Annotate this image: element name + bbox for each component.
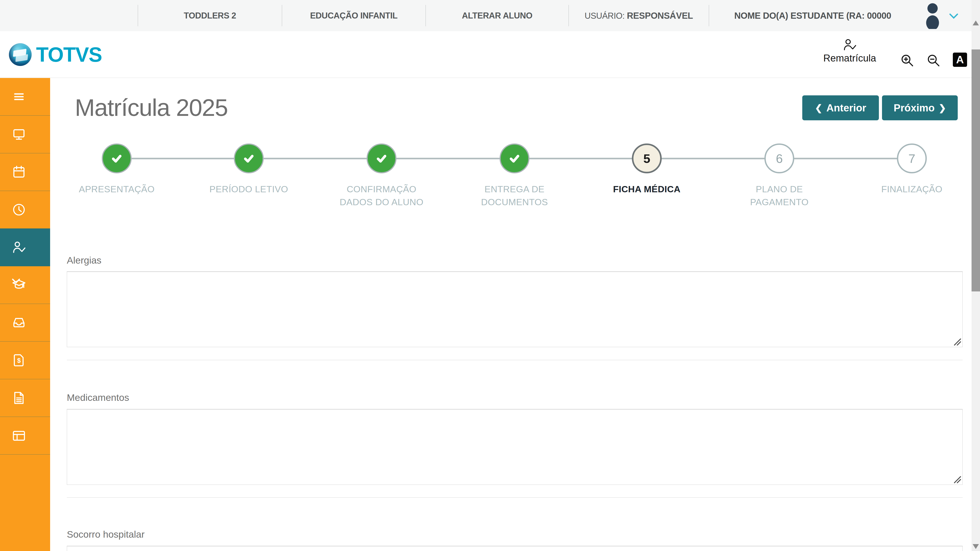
medicamentos-field	[67, 409, 963, 485]
divider	[67, 497, 963, 498]
sidebar-item-monitor[interactable]	[0, 116, 50, 153]
sidebar-item-calendar[interactable]	[0, 153, 50, 191]
step-5-label: FICHA MÉDICA	[596, 183, 698, 196]
scroll-up-icon[interactable]	[973, 21, 979, 25]
education-level-label: EDUCAÇÃO INFANTIL	[282, 0, 425, 31]
change-student-link[interactable]: ALTERAR ALUNO	[426, 0, 568, 31]
table-icon	[11, 428, 26, 443]
socorro-hospitalar-field	[67, 546, 963, 551]
zoom-out-icon	[926, 53, 941, 68]
app-header: TOTVS Rematrícula A	[0, 31, 980, 78]
zoom-in-icon	[900, 53, 915, 68]
divider	[67, 360, 963, 360]
next-button-label: Próximo	[894, 102, 935, 114]
calendar-icon	[11, 165, 26, 179]
previous-button-label: Anterior	[826, 102, 866, 114]
user-role-label: RESPONSÁVEL	[627, 11, 693, 21]
chevron-right-icon: ❯	[939, 104, 946, 112]
sidebar-item-menu[interactable]	[0, 78, 50, 116]
alergias-label: Alergias	[67, 255, 101, 266]
step-3-circle[interactable]	[367, 143, 396, 174]
socorro-hospitalar-label: Socorro hospitalar	[67, 529, 145, 540]
person-check-icon	[11, 240, 26, 255]
chevron-down-icon	[11, 278, 21, 284]
scroll-down-icon[interactable]	[973, 544, 979, 549]
user-prefix-label: USUÁRIO:	[585, 11, 625, 21]
sidebar-item-academic[interactable]	[0, 266, 50, 304]
clock-icon	[11, 202, 26, 217]
check-icon	[242, 152, 256, 165]
page-title: Matrícula 2025	[75, 94, 228, 121]
bill-icon: $	[11, 353, 26, 368]
sidebar-item-clock[interactable]	[0, 191, 50, 229]
check-icon	[110, 152, 124, 165]
step-5-circle[interactable]: 5	[632, 143, 662, 174]
chevron-down-icon	[948, 11, 959, 21]
step-2-label: PERÍODO LETIVO	[197, 183, 300, 196]
person-check-icon	[842, 37, 857, 52]
zoom-out-button[interactable]	[926, 53, 941, 68]
document-icon	[11, 390, 26, 405]
svg-text:$: $	[17, 357, 21, 364]
sidebar-item-rematricula[interactable]	[0, 229, 50, 266]
user-info: USUÁRIO: RESPONSÁVEL	[569, 0, 709, 31]
zoom-in-button[interactable]	[900, 53, 915, 68]
avatar-icon	[920, 2, 946, 29]
vertical-scrollbar[interactable]	[972, 0, 980, 551]
avatar[interactable]	[920, 2, 946, 29]
step-4-label: ENTREGA DE DOCUMENTOS	[463, 183, 566, 209]
app-window: TODDLERS 2 EDUCAÇÃO INFANTIL ALTERAR ALU…	[0, 0, 980, 551]
step-number: 7	[908, 151, 915, 166]
step-number: 5	[643, 151, 650, 166]
inbox-icon	[11, 315, 26, 330]
step-7-label: FINALIZAÇÃO	[861, 183, 963, 196]
alergias-field	[67, 271, 963, 347]
medicamentos-label: Medicamentos	[67, 392, 129, 403]
step-4-circle[interactable]	[500, 143, 530, 174]
step-2-circle[interactable]	[234, 143, 264, 174]
step-number: 6	[776, 151, 783, 166]
step-6-label: PLANO DE PAGAMENTO	[728, 183, 830, 209]
medicamentos-textarea[interactable]	[67, 409, 963, 485]
previous-button[interactable]: ❮ Anterior	[802, 96, 879, 120]
module-label: Rematrícula	[816, 53, 883, 64]
totvs-globe-icon	[9, 43, 32, 66]
sidebar-item-reports[interactable]	[0, 379, 50, 417]
module-rematricula[interactable]: Rematrícula	[816, 37, 883, 64]
step-1-circle[interactable]	[102, 143, 132, 174]
monitor-icon	[11, 127, 26, 142]
sidebar-item-financial[interactable]: $	[0, 342, 50, 379]
alergias-textarea[interactable]	[67, 271, 963, 347]
check-icon	[508, 152, 522, 165]
scrollbar-thumb[interactable]	[972, 49, 980, 291]
step-1-label: APRESENTAÇÃO	[65, 183, 168, 196]
menu-icon	[11, 89, 26, 104]
student-menu-button[interactable]	[948, 11, 959, 21]
step-6-circle[interactable]: 6	[764, 143, 794, 174]
next-button[interactable]: Próximo ❯	[882, 96, 958, 120]
class-name-label: TODDLERS 2	[138, 0, 282, 31]
step-7-circle[interactable]: 7	[897, 143, 927, 174]
check-icon	[374, 152, 389, 165]
chevron-left-icon: ❮	[815, 104, 822, 112]
totvs-logo-text: TOTVS	[36, 43, 102, 66]
student-name-label[interactable]: NOME DO(A) ESTUDANTE (RA: 00000	[709, 0, 916, 31]
sidebar-item-panels[interactable]	[0, 417, 50, 454]
sidebar-item-inbox[interactable]	[0, 304, 50, 342]
contrast-icon: A	[956, 54, 964, 65]
step-3-label: CONFIRMAÇÃO DADOS DO ALUNO	[330, 183, 433, 209]
top-context-bar: TODDLERS 2 EDUCAÇÃO INFANTIL ALTERAR ALU…	[0, 0, 980, 31]
socorro-hospitalar-textarea[interactable]	[67, 546, 963, 551]
sidebar: $	[0, 78, 50, 551]
contrast-button[interactable]: A	[953, 53, 967, 67]
